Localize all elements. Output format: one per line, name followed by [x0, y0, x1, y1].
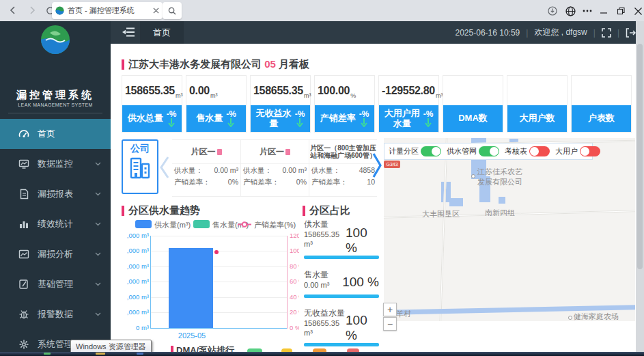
window-minimize-button[interactable] [598, 5, 610, 17]
taskbar-icon-hint [137, 353, 143, 355]
board-suffix: 月看板 [279, 58, 309, 70]
restore-icon [617, 8, 625, 15]
window-close-button[interactable] [632, 5, 644, 17]
legend-swatch-supply[interactable] [135, 220, 152, 228]
kpi-button-non-revenue[interactable]: 无收益水量-% [251, 105, 310, 132]
sidebar-item-leak-analysis[interactable]: 漏损分析 [0, 239, 111, 269]
browser-more-button[interactable] [581, 5, 593, 17]
kpi-button-sales[interactable]: 售水量-% [186, 105, 246, 132]
water-shape [499, 197, 505, 204]
kpi-value [507, 76, 567, 105]
board-company: 江苏大丰港水务发展有限公司 [128, 58, 262, 70]
y-tick-right: 80 % [290, 262, 299, 270]
company-card-label: 公司 [123, 143, 157, 155]
district-panel[interactable]: 片区一 供水量：0.00 m³ 产销差率：0% [240, 140, 309, 196]
sidebar-item-home[interactable]: 首页 [0, 119, 111, 149]
supply-row: 供水量：0.00 m³ [241, 164, 309, 176]
kpi-button-dma-count[interactable]: DMA数 [443, 105, 503, 132]
sidebar-item-label: 漏损分析 [38, 248, 95, 260]
map-road [439, 138, 447, 321]
separator: | [526, 28, 528, 38]
sidebar-item-label: 报警数据 [38, 308, 95, 320]
legend-line-marker[interactable] [238, 221, 251, 228]
analysis-chart-icon [18, 249, 29, 260]
y-tick-left: ,000 m³ [117, 293, 149, 301]
kpi-card-large-user-count: 大用户数 [507, 75, 568, 133]
kpi-card-supply-total: 158655.35m³ 供水总量-% [122, 75, 182, 133]
browser-menu-globe-button[interactable] [564, 5, 576, 17]
windows-taskbar[interactable] [0, 352, 644, 356]
chevron-down-icon [95, 252, 101, 256]
y-tick-left: ,000 m³ [117, 262, 149, 270]
download-button[interactable] [546, 5, 559, 17]
kpi-button-meter-count[interactable]: 户表数 [572, 105, 631, 132]
sidebar-item-data-monitor[interactable]: 数据监控 [0, 149, 111, 179]
browser-chrome: 首页 - 漏控管理系统 [0, 0, 644, 22]
notebook-pencil-icon [18, 279, 29, 290]
sidebar: 漏控管理系统 LEAK MANAGEMENT SYSTEM 首页 数据监控 漏损… [0, 21, 111, 356]
sidebar-collapse-button[interactable] [122, 27, 135, 40]
sidebar-item-alarm-data[interactable]: 报警数据 [0, 299, 111, 329]
sidebar-item-basic-management[interactable]: 基础管理 [0, 269, 111, 299]
sidebar-item-leak-report[interactable]: 漏损报表 [0, 179, 111, 209]
map-zoom-out-button[interactable]: − [383, 317, 397, 331]
page-tab-home[interactable]: 首页 [140, 21, 184, 44]
favicon-icon [55, 6, 64, 15]
toggle-switch-off[interactable] [529, 146, 550, 156]
panel-flag-icon [285, 149, 290, 155]
tab-search-button[interactable] [163, 2, 182, 19]
y-tick-left: ,000 m³ [117, 308, 149, 316]
district-panel-title: 片区一 [241, 140, 309, 164]
browser-forward-button[interactable] [25, 3, 40, 18]
toggle-label: 供水管网 [447, 146, 477, 156]
legend-swatch-sales[interactable] [193, 220, 210, 228]
y-axis-left [150, 236, 151, 329]
y-tick-left: ,000 m³ [117, 277, 149, 285]
kpi-card-nrw-rate: 100.00% 产销差率-% [314, 75, 375, 133]
kpi-button-large-user-usage[interactable]: 大用户用水量-% [379, 105, 438, 132]
kpi-card-sales: 0.00m³ 售水量-% [186, 75, 247, 133]
taskbar-icon-hint [96, 353, 105, 355]
kpi-button-nrw-rate[interactable]: 产销差率-% [315, 105, 374, 132]
browser-tab[interactable]: 首页 - 漏控管理系统 [52, 2, 163, 19]
logout-button[interactable] [626, 28, 636, 38]
browser-back-button[interactable] [5, 3, 20, 18]
tab-close-icon[interactable] [153, 8, 159, 14]
toggle-metering-zone: 计量分区 [389, 146, 441, 156]
y-tick-right: 40 % [290, 293, 299, 301]
kpi-button-supply-total[interactable]: 供水总量-% [122, 105, 182, 132]
toggle-switch-off[interactable] [580, 146, 600, 156]
y-tick-left: ,000 m³ [117, 232, 149, 239]
toggle-switch-on[interactable] [421, 146, 441, 156]
chevron-down-icon [95, 312, 101, 316]
supply-bar-2025-05[interactable] [169, 248, 213, 328]
fullscreen-button[interactable] [602, 28, 611, 38]
ratio-item-percent: 100 % [346, 313, 374, 343]
close-icon [634, 8, 642, 15]
gridline [151, 236, 287, 236]
page-scrollbar-thumb[interactable] [637, 44, 643, 269]
datetime: 2025-06-16 10:59 [456, 28, 520, 38]
screen: 首页 - 漏控管理系统 漏控管理系 [0, 0, 644, 356]
x-tick: 2025-05 [171, 331, 213, 340]
kpi-button-large-user-count[interactable]: 大用户数 [507, 105, 567, 132]
sidebar-item-performance-stats[interactable]: 绩效统计 [0, 209, 111, 239]
ratio-item-label: 售水量 [304, 269, 328, 281]
chevron-down-icon [95, 192, 101, 196]
carousel-prev-button[interactable] [160, 156, 169, 179]
legend-label-nrw[interactable]: 产销差率(%) [254, 220, 296, 230]
map-zoom-in-button[interactable]: + [383, 303, 397, 316]
sidebar-nav: 首页 数据监控 漏损报表 绩效统计 漏损分析 [0, 119, 111, 356]
toggle-switch-on[interactable] [479, 146, 499, 156]
kpi-card-large-user-usage: -129552.80m³ 大用户用水量-% [378, 75, 439, 133]
company-card[interactable]: 公司 [122, 139, 158, 194]
district-panel[interactable]: 片区一（800主管加压站和海融广场600管） 供水量：4858 产销差率：10 [309, 140, 377, 196]
y-tick-right: 20 % [290, 308, 299, 316]
carousel-next-button[interactable] [372, 152, 382, 179]
nrw-rate-point[interactable] [214, 250, 219, 254]
district-panel[interactable]: 片区一 供水量：0.00 m³ 产销差率：0% [172, 140, 240, 196]
window-restore-button[interactable] [615, 5, 627, 17]
y-axis-right [287, 236, 288, 329]
map-canvas[interactable]: 江苏佳禾农艺发展有限公司 大丰围垦区 南新四组 羊村 健海家庭农场 [384, 138, 635, 321]
legend-label-supply[interactable]: 供水量(m³) [154, 220, 191, 230]
